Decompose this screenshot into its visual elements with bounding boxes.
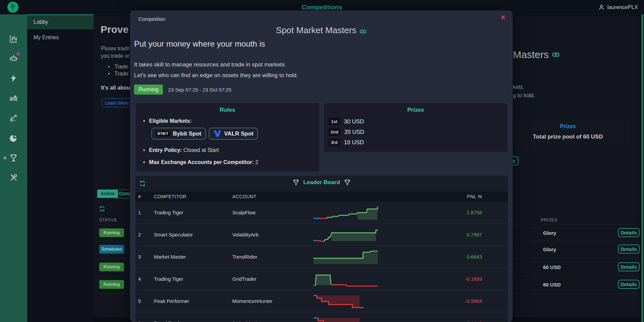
details-button[interactable]: Details — [618, 280, 640, 289]
hero-bullet-2: •Trade r — [108, 71, 132, 77]
prizes-box: Prizes 1st30 USD2nd20 USD3rd10 USD — [324, 103, 508, 152]
rules-box: Rules •Eligible Markets: BYBITBybit Spot… — [136, 103, 319, 171]
column-header-status: STATUS — [99, 217, 117, 222]
details-button[interactable]: Details — [618, 262, 640, 271]
competitor-cell: Trend Tracker — [154, 312, 185, 322]
prizes-title: Prizes — [324, 107, 508, 113]
leaderboard-title: Leader Board — [303, 179, 340, 186]
pnl-sparkline — [313, 316, 380, 322]
active-page-dot — [4, 157, 6, 159]
app-window: Competitions laurencePLX — [0, 0, 644, 322]
pnl-cell: 0.6643 — [467, 246, 482, 268]
trophy-icon — [293, 179, 299, 186]
exchanges-shelf-icon[interactable] — [9, 93, 18, 102]
pnl-sparkline — [313, 249, 380, 265]
competitor-cell: Trading Tiger — [154, 268, 183, 290]
pnl-sparkline — [313, 227, 380, 243]
markets-chart-icon[interactable] — [9, 34, 18, 43]
nav-item-my-entries[interactable]: My Entries — [27, 30, 94, 45]
market-chip[interactable]: BYBITBybit Spot — [152, 128, 206, 140]
rank-cell: 4 — [138, 268, 141, 290]
details-button[interactable]: Details — [618, 228, 640, 237]
pnl-cell: 0.7997 — [467, 224, 482, 246]
prize-row: 3rd10 USD — [329, 139, 364, 146]
tools-icon[interactable] — [9, 173, 18, 182]
account-cell: VolatilityArb — [232, 224, 258, 246]
hero-line-2: you trade or — [101, 53, 129, 59]
modal-eyebrow: Competition — [138, 16, 165, 22]
competitor-cell: Peak Performer — [154, 290, 189, 312]
link-icon[interactable] — [359, 29, 367, 34]
hero-line-1: Plurex tradin — [101, 46, 131, 52]
leaderboard-panel: Leader Board # COMPETITOR ACCOUNT PNL % … — [135, 176, 508, 322]
signals-bolt-icon[interactable] — [9, 74, 18, 83]
leaderboard-row[interactable]: 6Trend TrackerSwingMaster-0.4440 — [135, 312, 508, 322]
leaderboard-column-headers: # COMPETITOR ACCOUNT PNL % — [135, 192, 508, 202]
bots-notification-dot — [16, 52, 20, 56]
leaderboard-row[interactable]: 4Trading TigerGridTrader-0.1693 — [135, 268, 508, 290]
right-edge-accent — [641, 14, 643, 322]
refresh-icon[interactable] — [99, 206, 105, 212]
details-button[interactable]: Details — [618, 245, 640, 254]
prize-cell: Glory — [543, 247, 556, 252]
competitor-cell: Market Master — [154, 246, 186, 268]
prize-amount: 30 USD — [344, 118, 364, 125]
status-badge: Running — [99, 280, 124, 289]
leaderboard-header: Leader Board — [135, 179, 508, 186]
rule-max-accounts: •Max Exchange Accounts per Competitor: 2 — [143, 159, 258, 165]
competitions-trophy-icon[interactable] — [9, 154, 18, 163]
link-icon[interactable] — [552, 52, 560, 57]
pnl-cell: 1.8758 — [467, 202, 482, 223]
eligible-markets-chips: BYBITBybit SpotVALR Spot — [152, 128, 258, 140]
leaderboard-row[interactable]: 1Trading TigerScalpFlow1.8758 — [135, 202, 508, 224]
rule-entry-policy: •Entry Policy: Closed at Start — [143, 147, 219, 153]
leaderboard-row[interactable]: 5Peak PerformerMomentumHunter-0.5804 — [135, 290, 508, 312]
valr-logo-icon — [213, 130, 222, 138]
pnl-sparkline — [313, 205, 380, 220]
user-icon — [598, 4, 605, 11]
date-range: 23 Sep 07:25 - 23 Oct 07:25 — [168, 87, 231, 93]
user-menu[interactable]: laurencePLX — [598, 0, 638, 14]
bybit-logo-icon: BYBIT — [156, 131, 170, 137]
leaderboard-row[interactable]: 2Smart SpeculatorVolatilityArb0.7997 — [135, 224, 508, 246]
competitions-nav-panel: Lobby My Entries — [27, 14, 94, 322]
hero-bullet-1: •Trade a — [108, 64, 133, 70]
nav-item-lobby[interactable]: Lobby — [27, 14, 94, 30]
market-chip[interactable]: VALR Spot — [209, 128, 258, 140]
prize-row: 1st30 USD — [329, 118, 364, 125]
competition-description-2: Let's see who can find an edge on assets… — [134, 72, 298, 79]
account-cell: ScalpFlow — [232, 202, 255, 223]
competition-modal: Competition × Spot Market Masters Put yo… — [130, 10, 513, 322]
rule-eligible-markets: •Eligible Markets: — [143, 118, 192, 124]
rank-cell: 2 — [138, 224, 141, 246]
prize-pool-total: Total prize pool of 60 USD — [506, 133, 630, 140]
close-icon[interactable]: × — [501, 14, 505, 21]
portfolio-pie-icon[interactable] — [9, 133, 18, 143]
prizes-box-title: Prizes — [506, 123, 630, 129]
account-cell: SwingMaster — [232, 312, 261, 322]
competitor-cell: Smart Speculator — [154, 224, 193, 246]
status-badge: Running — [99, 228, 124, 237]
status-row: Running 23 Sep 07:25 - 23 Oct 07:25 — [134, 85, 231, 95]
rank-cell: 5 — [138, 290, 141, 312]
prize-rank-chip: 1st — [329, 118, 340, 125]
competition-title: Spot Market Masters — [130, 25, 513, 36]
trophy-icon — [344, 179, 351, 186]
selected-competition-prizes-box: Prizes Total prize pool of 60 USD — [506, 120, 630, 149]
prize-amount: 20 USD — [344, 129, 364, 136]
status-badge: Running — [134, 85, 163, 95]
sidebar — [0, 14, 27, 322]
rank-cell: 6 — [138, 312, 141, 322]
tab-active[interactable]: Active — [97, 190, 118, 198]
status-badge: Running — [99, 263, 124, 271]
column-header-prizes: PRIZES — [541, 217, 558, 222]
username: laurencePLX — [607, 4, 638, 10]
rank-cell: 1 — [138, 202, 141, 223]
prize-rank-chip: 2nd — [329, 128, 340, 136]
leaderboard-row[interactable]: 3Market MasterTrendRider0.6643 — [135, 246, 508, 268]
pnl-sparkline — [313, 293, 380, 309]
account-cell: MomentumHunter — [232, 290, 273, 312]
account-cell: TrendRider — [232, 246, 257, 268]
hero-emphasis: It's all abou — [101, 85, 130, 91]
earnings-icon[interactable] — [9, 113, 18, 122]
